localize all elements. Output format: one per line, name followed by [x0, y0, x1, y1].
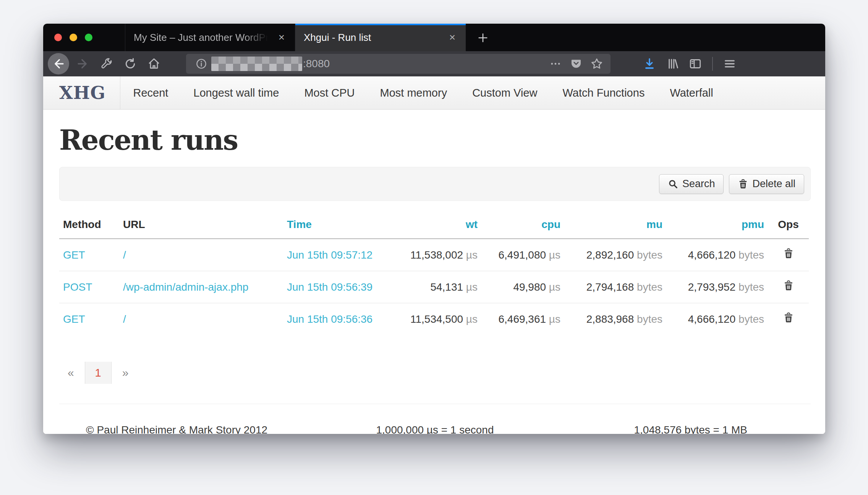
- delete-all-button-label: Delete all: [752, 178, 795, 190]
- tab-wordpress-site[interactable]: My Site – Just another WordPress si ×: [125, 24, 295, 51]
- page-actions-button[interactable]: [547, 55, 564, 72]
- url-port-text: :8080: [303, 58, 330, 70]
- nav-item-longest-wall-time[interactable]: Longest wall time: [181, 87, 291, 99]
- delete-all-button[interactable]: Delete all: [729, 174, 804, 194]
- downloads-button[interactable]: [641, 55, 658, 72]
- cpu-unit: µs: [549, 313, 560, 325]
- cpu-unit: µs: [549, 249, 560, 261]
- pagination-prev[interactable]: «: [64, 366, 78, 379]
- mu-unit: bytes: [637, 281, 662, 293]
- sort-by-time-link[interactable]: Time: [287, 218, 312, 230]
- run-method-link[interactable]: GET: [63, 249, 85, 261]
- page-title: Recent runs: [59, 126, 811, 154]
- mu-value: 2,794,168: [586, 281, 634, 293]
- forward-button[interactable]: [74, 55, 91, 72]
- pmu-value: 4,666,120: [688, 313, 736, 325]
- pmu-unit: bytes: [738, 281, 764, 293]
- tab-close-icon[interactable]: ×: [446, 31, 459, 44]
- pmu-value: 2,793,952: [688, 281, 736, 293]
- browser-toolbar: :8080: [43, 51, 825, 76]
- delete-run-button[interactable]: [783, 280, 794, 291]
- sidebar-icon: [688, 57, 702, 71]
- wt-value: 11,538,002: [410, 249, 463, 261]
- close-window-button[interactable]: [54, 34, 62, 41]
- nav-item-most-cpu[interactable]: Most CPU: [291, 87, 367, 99]
- run-method-link[interactable]: POST: [63, 281, 92, 293]
- new-tab-button[interactable]: [474, 29, 492, 47]
- nav-item-watch-functions[interactable]: Watch Functions: [550, 87, 657, 99]
- wt-value: 54,131: [430, 281, 463, 293]
- window-controls: [54, 34, 92, 41]
- sort-by-mu-link[interactable]: mu: [646, 218, 662, 230]
- run-method-link[interactable]: GET: [63, 313, 85, 325]
- mu-unit: bytes: [637, 313, 662, 325]
- run-url-link[interactable]: /wp-admin/admin-ajax.php: [123, 281, 248, 293]
- xhgui-brand-logo[interactable]: XHG: [59, 76, 120, 109]
- back-button[interactable]: [48, 53, 69, 74]
- home-icon: [147, 57, 161, 71]
- run-time-link[interactable]: Jun 15th 09:56:36: [287, 313, 372, 325]
- pmu-unit: bytes: [738, 249, 764, 261]
- tab-title: My Site – Just another WordPress si: [134, 32, 272, 44]
- developer-tools-button[interactable]: [98, 55, 115, 72]
- sort-by-pmu-link[interactable]: pmu: [742, 218, 764, 230]
- mu-unit: bytes: [637, 249, 662, 261]
- pagination-next[interactable]: »: [118, 366, 133, 379]
- delete-run-button[interactable]: [783, 312, 794, 324]
- nav-item-custom-view[interactable]: Custom View: [460, 87, 550, 99]
- toolbar-divider: [712, 57, 713, 71]
- zoom-window-button[interactable]: [85, 34, 92, 41]
- run-time-link[interactable]: Jun 15th 09:56:39: [287, 281, 372, 293]
- wrench-icon: [100, 57, 113, 70]
- trash-icon: [783, 312, 794, 324]
- runs-table: Method URL Time wt cpu mu pmu Ops GET /: [59, 213, 809, 335]
- nav-item-recent[interactable]: Recent: [120, 87, 181, 99]
- sidebar-toggle-button[interactable]: [687, 55, 704, 72]
- pmu-value: 4,666,120: [688, 249, 736, 261]
- reload-button[interactable]: [122, 55, 139, 72]
- menu-button[interactable]: [721, 55, 738, 72]
- url-bar[interactable]: :8080: [186, 54, 611, 74]
- library-icon: [666, 57, 679, 71]
- library-button[interactable]: [664, 55, 681, 72]
- pagination-page-1[interactable]: 1: [85, 362, 112, 384]
- reload-icon: [124, 57, 137, 70]
- star-icon: [590, 57, 604, 71]
- nav-item-most-memory[interactable]: Most memory: [368, 87, 460, 99]
- col-header-url: URL: [119, 213, 283, 239]
- delete-run-button[interactable]: [783, 248, 794, 259]
- sort-by-wt-link[interactable]: wt: [466, 218, 478, 230]
- table-header-row: Method URL Time wt cpu mu pmu Ops: [59, 213, 809, 239]
- footer-bytes-conversion: 1,048,576 bytes = 1 MB: [634, 424, 811, 434]
- mu-value: 2,892,160: [586, 249, 634, 261]
- tab-close-icon[interactable]: ×: [275, 31, 288, 44]
- actions-well: Search Delete all: [59, 167, 811, 201]
- sort-by-cpu-link[interactable]: cpu: [541, 218, 560, 230]
- tab-xhgui-run-list[interactable]: Xhgui - Run list ×: [295, 24, 466, 51]
- table-row: GET / Jun 15th 09:56:36 11,534,500 µs 6,…: [59, 303, 809, 335]
- cpu-unit: µs: [549, 281, 560, 293]
- home-button[interactable]: [146, 55, 162, 72]
- pocket-button[interactable]: [568, 55, 585, 72]
- wt-unit: µs: [466, 313, 478, 325]
- page-info-icon[interactable]: [194, 57, 208, 71]
- run-url-link[interactable]: /: [123, 313, 126, 325]
- table-row: POST /wp-admin/admin-ajax.php Jun 15th 0…: [59, 271, 809, 303]
- footer-copyright: © Paul Reinheimer & Mark Story 2012: [59, 424, 267, 434]
- minimize-window-button[interactable]: [70, 34, 77, 41]
- arrow-right-icon: [76, 57, 90, 71]
- trash-icon: [783, 280, 794, 291]
- cpu-value: 6,469,361: [499, 313, 546, 325]
- browser-window: My Site – Just another WordPress si × Xh…: [43, 24, 825, 434]
- run-time-link[interactable]: Jun 15th 09:57:12: [287, 249, 372, 261]
- bookmark-star-button[interactable]: [588, 55, 605, 72]
- xhgui-navbar: XHG Recent Longest wall time Most CPU Mo…: [43, 76, 825, 110]
- plus-icon: [476, 31, 489, 44]
- redacted-url-host: [211, 57, 302, 71]
- cpu-value: 49,980: [513, 281, 546, 293]
- table-row: GET / Jun 15th 09:57:12 11,538,002 µs 6,…: [59, 239, 809, 271]
- search-button[interactable]: Search: [659, 174, 724, 194]
- run-url-link[interactable]: /: [123, 249, 126, 261]
- cpu-value: 6,491,080: [499, 249, 546, 261]
- nav-item-waterfall[interactable]: Waterfall: [657, 87, 725, 99]
